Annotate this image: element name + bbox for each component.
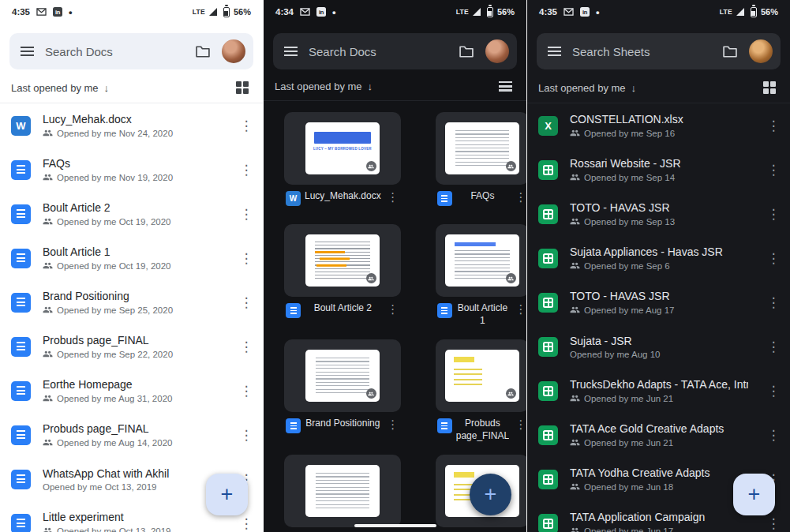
create-new-fab[interactable]: + [733,474,775,515]
file-type-icon [11,337,31,357]
document-thumbnail[interactable] [436,339,526,412]
document-thumbnail[interactable] [436,224,526,297]
file-type-icon [538,514,558,532]
create-new-fab[interactable]: + [206,474,248,515]
more-options-button[interactable]: ⋮ [233,324,260,369]
account-avatar[interactable] [222,39,245,63]
more-options-button[interactable]: ⋮ [760,148,787,192]
more-options-button[interactable]: ⋮ [760,413,787,457]
shared-people-icon [43,437,53,448]
more-options-button[interactable]: ⋮ [233,280,260,324]
document-row[interactable]: Brand Positioning Opened by me Sep 25, 2… [0,280,263,324]
sort-row: Last opened by me ↓ [0,69,263,103]
document-row[interactable]: TOTO - HAVAS JSR Opened by me Sep 13 ⋮ [527,192,790,236]
more-options-button[interactable]: ⋮ [513,418,526,432]
notification-dot-icon: • [69,7,73,17]
more-options-button[interactable]: ⋮ [513,302,526,317]
document-row[interactable]: Boult Article 2 Opened by me Oct 19, 202… [0,192,263,236]
document-row[interactable]: Probuds page_FINAL Opened by me Aug 14, … [0,413,263,457]
more-options-button[interactable]: ⋮ [760,236,787,280]
shared-people-icon [570,481,580,492]
document-subtitle: Opened by me Jun 21 [570,393,748,403]
more-options-button[interactable]: ⋮ [513,190,526,204]
search-bar[interactable]: Search Docs [9,33,253,69]
more-options-button[interactable]: ⋮ [760,280,787,324]
document-row[interactable]: Boult Article 1 Opened by me Oct 19, 202… [0,236,263,280]
more-options-button[interactable]: ⋮ [760,369,787,413]
document-subtitle: Opened by me Oct 13, 2019 [43,482,221,492]
search-bar[interactable]: Search Docs [273,33,517,69]
shared-people-icon [570,128,580,138]
document-title: TATA Application Campaign [570,511,748,523]
document-row[interactable]: Sujata Appliances - Havas JSR Opened by … [527,236,790,280]
document-row[interactable]: Rossari Website - JSR Opened by me Sep 1… [527,148,790,192]
document-card[interactable]: Boult Article 1 ⋮ [436,224,526,333]
document-row[interactable]: Eorthe Homepage Opened by me Aug 31, 202… [0,369,263,413]
gesture-handle-bar[interactable] [354,524,436,527]
document-title: Brand Positioning [305,418,381,430]
document-thumbnail[interactable] [284,339,401,412]
document-thumbnail[interactable] [436,112,526,185]
document-row[interactable]: X CONSTELLATION.xlsx Opened by me Sep 16… [527,103,790,148]
more-options-button[interactable]: ⋮ [385,190,401,204]
sort-selector[interactable]: Last opened by me ↓ [11,82,109,94]
thumbnail-caption: LUCY – MY BORROWED LOVER [307,147,378,151]
status-time: 4:35 [12,7,30,17]
more-options-button[interactable]: ⋮ [760,103,787,148]
search-placeholder[interactable]: Search Sheets [572,45,711,58]
search-bar[interactable]: Search Sheets [537,33,781,69]
list-view-toggle[interactable] [497,80,514,93]
account-avatar[interactable] [485,39,509,63]
grid-view-toggle[interactable] [762,80,777,96]
more-options-button[interactable]: ⋮ [760,324,787,369]
folder-picker-icon[interactable] [459,45,474,58]
document-row[interactable]: Sujata - JSR Opened by me Aug 10 ⋮ [527,324,790,369]
card-title-row: W Lucy_Mehak.docx ⋮ [284,185,401,218]
document-row[interactable]: TrucksDekho Adapts - TATA Ace, Intra ...… [527,369,790,413]
sort-selector[interactable]: Last opened by me ↓ [538,82,636,94]
document-row[interactable]: Probuds page_FINAL Opened by me Sep 22, … [0,324,263,369]
menu-icon[interactable] [548,47,561,56]
document-row[interactable]: TOTO - HAVAS JSR Opened by me Aug 17 ⋮ [527,280,790,324]
account-avatar[interactable] [749,39,773,63]
more-options-button[interactable]: ⋮ [233,103,260,148]
search-placeholder[interactable]: Search Docs [45,45,184,58]
file-type-icon: X [538,116,558,136]
document-thumbnail[interactable] [284,455,401,527]
document-meta: Sujata Appliances - Havas JSR Opened by … [570,245,748,271]
document-row[interactable]: TATA Ace Gold Creative Adapts Opened by … [527,413,790,457]
document-card[interactable]: Boult Article 2 ⋮ [284,224,401,333]
more-options-button[interactable]: ⋮ [233,148,260,192]
document-card[interactable]: Probuds page_FINAL ⋮ [436,339,526,448]
document-thumbnail[interactable]: LUCY – MY BORROWED LOVER [284,112,401,185]
create-new-fab[interactable]: + [470,474,511,515]
search-placeholder[interactable]: Search Docs [309,45,447,58]
shared-people-badge [506,161,516,171]
more-options-button[interactable]: ⋮ [233,413,260,457]
more-options-button[interactable]: ⋮ [385,418,401,432]
document-row[interactable]: FAQs Opened by me Nov 19, 2020 ⋮ [0,148,263,192]
menu-icon[interactable] [284,47,298,56]
more-options-button[interactable]: ⋮ [233,369,260,413]
menu-icon[interactable] [21,47,34,56]
document-card[interactable]: Eorthe ⋮ [284,455,401,532]
document-card[interactable]: LUCY – MY BORROWED LOVER W Lucy_Mehak.do… [284,112,401,218]
status-time: 4:35 [539,7,557,17]
grid-view-toggle[interactable] [234,80,250,96]
more-options-button[interactable]: ⋮ [233,192,260,236]
document-subtitle: Opened by me Sep 22, 2020 [43,349,221,359]
sort-selector[interactable]: Last opened by me ↓ [275,81,373,92]
more-options-button[interactable]: ⋮ [760,192,787,236]
document-subtitle: Opened by me Sep 6 [570,260,748,271]
document-card[interactable]: Brand Positioning ⋮ [284,339,401,448]
document-row[interactable]: W Lucy_Mehak.docx Opened by me Nov 24, 2… [0,103,263,148]
more-options-button[interactable]: ⋮ [385,302,401,317]
opened-by-text: Opened by me Sep 13 [584,217,675,227]
document-card[interactable]: FAQs ⋮ [436,112,526,218]
folder-picker-icon[interactable] [195,45,211,58]
more-options-button[interactable]: ⋮ [233,236,260,280]
document-title: Probuds page_FINAL [43,422,221,435]
folder-picker-icon[interactable] [722,45,738,58]
file-type-icon [437,418,452,433]
document-thumbnail[interactable] [284,224,401,297]
